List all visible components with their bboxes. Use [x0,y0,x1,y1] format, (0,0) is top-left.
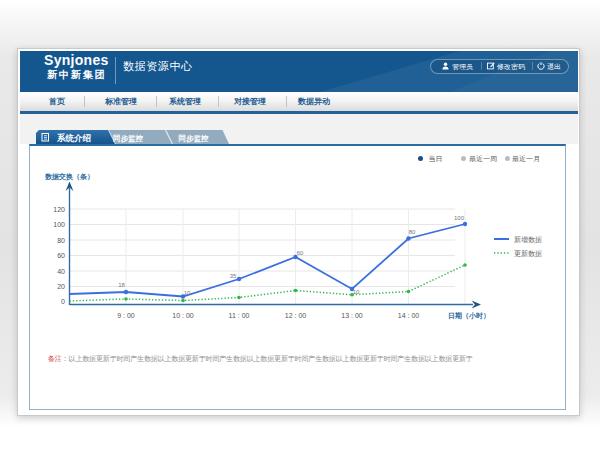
svg-text:同步监控: 同步监控 [179,134,210,143]
svg-text:18: 18 [118,282,125,288]
svg-text:9 : 00: 9 : 00 [117,312,135,319]
svg-text:14 : 00: 14 : 00 [398,312,420,319]
svg-text:10: 10 [353,289,360,295]
svg-text:100: 100 [53,221,65,228]
svg-text:100: 100 [454,215,465,221]
svg-text:40: 40 [57,268,65,275]
svg-text:10: 10 [184,290,191,296]
svg-text:数据交换（条）: 数据交换（条） [45,172,94,181]
svg-text:80: 80 [57,237,65,244]
svg-text:日期（小时）: 日期（小时） [448,312,490,320]
svg-text:35: 35 [230,273,237,279]
svg-text:80: 80 [409,229,416,235]
svg-text:60: 60 [297,250,304,256]
svg-text:同步监控: 同步监控 [113,134,144,143]
svg-text:0: 0 [61,298,65,305]
svg-text:120: 120 [53,206,65,213]
svg-text:12 : 00: 12 : 00 [285,312,307,319]
svg-text:更新数据: 更新数据 [514,249,542,258]
svg-text:新增数据: 新增数据 [514,235,542,244]
svg-text:13 : 00: 13 : 00 [341,312,363,319]
svg-text:11 : 00: 11 : 00 [229,312,250,319]
svg-text:10 : 00: 10 : 00 [172,312,194,319]
svg-text:20: 20 [57,283,65,290]
svg-text:系统介绍: 系统介绍 [56,133,92,143]
svg-text:60: 60 [57,252,65,259]
